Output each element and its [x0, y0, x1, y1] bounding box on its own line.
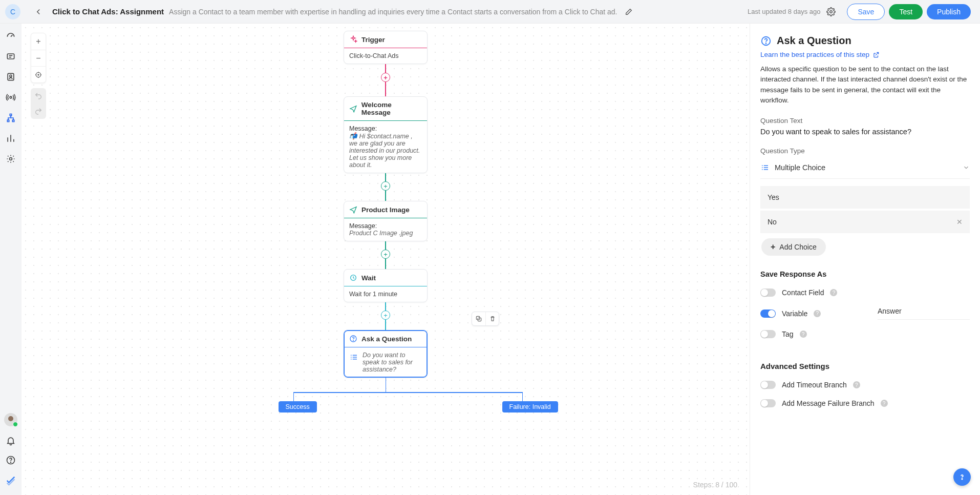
- nav-broadcast-icon[interactable]: [6, 92, 16, 102]
- branch-failure[interactable]: Failure: Invalid: [502, 401, 558, 412]
- save-response-as-label: Save Response As: [760, 270, 970, 278]
- node-trigger[interactable]: Trigger Click-to-Chat Ads: [344, 31, 428, 64]
- svg-rect-5: [10, 114, 11, 116]
- nav-settings-icon[interactable]: [6, 154, 16, 164]
- page-title: Click to Chat Ads: Assignment: [52, 7, 164, 16]
- publish-button[interactable]: Publish: [927, 4, 971, 19]
- duplicate-node-button[interactable]: [472, 312, 485, 325]
- panel-description: Allows a specific question to be sent to…: [760, 64, 970, 106]
- tag-label: Tag: [782, 330, 794, 338]
- node-wait[interactable]: Wait Wait for 1 minute: [344, 269, 428, 302]
- zoom-out-button[interactable]: −: [31, 50, 46, 66]
- zoom-fit-button[interactable]: [31, 66, 46, 82]
- svg-point-12: [38, 74, 39, 75]
- floating-help-button[interactable]: [953, 468, 971, 486]
- svg-point-17: [353, 340, 354, 341]
- add-choice-button[interactable]: + Add Choice: [761, 238, 826, 256]
- node-product-image[interactable]: Product Image Message: Product C Image .…: [344, 201, 428, 241]
- node-title: Trigger: [361, 36, 385, 44]
- nav-reports-icon[interactable]: [6, 133, 16, 143]
- test-button[interactable]: Test: [889, 4, 923, 19]
- node-body: Message: Product C Image .jpeg: [344, 218, 427, 241]
- node-body: Click-to-Chat Ads: [344, 48, 427, 64]
- help-icon[interactable]: ?: [814, 310, 821, 317]
- nav-help-icon[interactable]: [6, 455, 16, 465]
- svg-rect-6: [7, 120, 9, 121]
- node-title: Product Image: [361, 206, 410, 214]
- send-icon: [349, 205, 357, 214]
- add-step-button[interactable]: +: [381, 250, 390, 259]
- question-type-select[interactable]: Multiple Choice: [760, 158, 970, 179]
- connector: +: [381, 302, 390, 330]
- message-failure-branch-label: Add Message Failure Branch: [782, 399, 875, 407]
- panel-title: Ask a Question: [760, 35, 970, 47]
- zoom-in-button[interactable]: +: [31, 33, 46, 50]
- question-text-value[interactable]: Do you want to speak to sales for assist…: [760, 128, 970, 136]
- send-icon: [349, 105, 357, 113]
- toggle-message-failure-branch[interactable]: [760, 399, 776, 407]
- timeout-branch-label: Add Timeout Branch: [782, 381, 847, 389]
- connector: +: [381, 64, 390, 96]
- node-body: Wait for 1 minute: [344, 286, 427, 302]
- question-type-label: Question Type: [760, 147, 970, 155]
- help-icon[interactable]: ?: [830, 289, 837, 296]
- add-step-button[interactable]: +: [381, 311, 390, 320]
- svg-point-3: [10, 75, 12, 77]
- external-link-icon: [872, 51, 880, 58]
- workflow-canvas[interactable]: + − Trigger Click-to-Chat Ads +: [22, 24, 750, 495]
- list-icon: [349, 353, 358, 362]
- history-controls: [31, 88, 46, 119]
- node-ask-question[interactable]: Ask a Question Do you want to speak to s…: [344, 330, 428, 378]
- toggle-variable[interactable]: [760, 310, 776, 318]
- toggle-tag[interactable]: [760, 330, 776, 338]
- advanced-settings-label: Advanced Settings: [760, 362, 970, 370]
- back-arrow-icon[interactable]: [34, 7, 43, 16]
- node-title: Wait: [361, 274, 376, 282]
- nav-bell-icon[interactable]: [6, 436, 16, 446]
- nav-app-logo-icon[interactable]: [5, 475, 16, 486]
- toggle-contact-field[interactable]: [760, 288, 776, 297]
- help-icon[interactable]: ?: [853, 381, 860, 388]
- steps-counter: Steps: 8 / 100: [693, 481, 737, 489]
- nav-dashboard-icon[interactable]: [6, 31, 16, 41]
- node-welcome-message[interactable]: Welcome Message Message: 📬 Hi $contact.n…: [344, 96, 428, 173]
- help-icon[interactable]: ?: [881, 400, 888, 407]
- chevron-down-icon: [963, 164, 970, 171]
- nav-messages-icon[interactable]: [6, 51, 16, 61]
- branch-connector: Success Failure: Invalid: [386, 378, 386, 392]
- svg-point-20: [962, 479, 963, 480]
- gear-icon[interactable]: [826, 7, 836, 16]
- question-text-label: Question Text: [760, 117, 970, 125]
- edit-icon[interactable]: [625, 8, 633, 16]
- list-icon: [760, 163, 770, 172]
- variable-value[interactable]: Answer: [878, 307, 970, 320]
- choice-item[interactable]: Yes: [760, 186, 970, 209]
- nav-contacts-icon[interactable]: [6, 72, 16, 82]
- svg-rect-7: [12, 120, 14, 121]
- choice-item[interactable]: No ✕: [760, 211, 970, 233]
- node-title: Welcome Message: [361, 101, 422, 116]
- svg-point-0: [830, 10, 833, 13]
- nav-user-avatar[interactable]: [4, 413, 17, 426]
- question-circle-icon: [349, 335, 357, 343]
- workspace-avatar[interactable]: C: [5, 4, 20, 19]
- toggle-timeout-branch[interactable]: [760, 381, 776, 389]
- help-icon[interactable]: ?: [800, 331, 807, 338]
- add-step-button[interactable]: +: [381, 181, 390, 191]
- branch-success[interactable]: Success: [279, 401, 317, 412]
- undo-button[interactable]: [31, 88, 46, 104]
- remove-choice-icon[interactable]: ✕: [956, 218, 963, 226]
- add-step-button[interactable]: +: [381, 73, 390, 82]
- spark-icon: [349, 35, 357, 44]
- redo-button[interactable]: [31, 104, 46, 119]
- learn-link[interactable]: Learn the best practices of this step: [760, 51, 880, 58]
- nav-workflows-icon[interactable]: [6, 113, 16, 123]
- delete-node-button[interactable]: [485, 312, 499, 325]
- plus-icon: +: [771, 242, 775, 252]
- clock-icon: [349, 274, 357, 282]
- save-button[interactable]: Save: [847, 4, 885, 20]
- zoom-controls: + −: [31, 33, 46, 83]
- connector: +: [381, 241, 390, 269]
- question-icon: [957, 472, 967, 482]
- svg-point-19: [765, 43, 766, 44]
